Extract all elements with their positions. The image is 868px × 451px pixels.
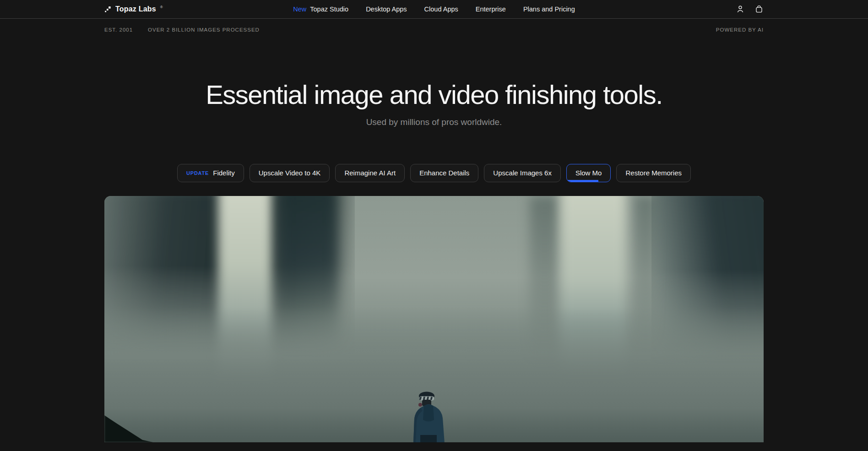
waterfall-dark-left-layer	[104, 196, 355, 364]
tab-progress-indicator	[567, 180, 598, 182]
nav-item-enterprise[interactable]: Enterprise	[476, 5, 506, 13]
page-title: Essential image and video finishing tool…	[0, 80, 868, 110]
page-subtitle: Used by millions of pros worldwide.	[0, 117, 868, 127]
tab-label: Restore Memories	[625, 169, 682, 177]
vignette-layer	[104, 408, 764, 442]
tab-slow-mo[interactable]: Slow Mo	[566, 164, 611, 182]
stats-bar: EST. 2001 OVER 2 BILLION IMAGES PROCESSE…	[0, 19, 868, 33]
tab-fidelity[interactable]: UPDATE Fidelity	[177, 164, 244, 182]
feature-tab-row: UPDATE Fidelity Upscale Video to 4K Reim…	[0, 164, 868, 182]
nav-item-cloud-apps[interactable]: Cloud Apps	[424, 5, 458, 13]
waterfall-dark-right-layer	[651, 196, 764, 373]
tab-upscale-video[interactable]: Upscale Video to 4K	[250, 164, 330, 182]
tab-label: Reimagine AI Art	[344, 169, 396, 177]
topaz-logo-icon	[104, 6, 111, 13]
account-icon[interactable]	[735, 4, 746, 15]
tab-label: Slow Mo	[575, 169, 602, 177]
nav-item-plans-pricing[interactable]: Plans and Pricing	[523, 5, 575, 13]
nav-item-label: Cloud Apps	[424, 5, 458, 13]
waterfall-bright-streak	[560, 196, 626, 378]
nav-item-desktop-apps[interactable]: Desktop Apps	[366, 5, 407, 13]
tab-label: Enhance Details	[419, 169, 469, 177]
nav-item-topaz-studio[interactable]: New Topaz Studio	[293, 5, 348, 13]
tab-reimagine-ai-art[interactable]: Reimagine AI Art	[335, 164, 405, 182]
mist-layer	[104, 307, 764, 442]
waterfall-bright-streak	[218, 196, 272, 388]
waterfall-faint-streak	[635, 196, 656, 349]
brand-logo[interactable]: Topaz Labs ®	[104, 5, 163, 13]
images-processed-label: OVER 2 BILLION IMAGES PROCESSED	[148, 27, 260, 33]
top-navbar: Topaz Labs ® New Topaz Studio Desktop Ap…	[0, 0, 868, 19]
hero-media	[104, 196, 764, 442]
tab-label: Fidelity	[213, 169, 235, 177]
nav-item-label: Topaz Studio	[310, 5, 348, 13]
nav-item-label: Plans and Pricing	[523, 5, 575, 13]
stats-left: EST. 2001 OVER 2 BILLION IMAGES PROCESSE…	[104, 27, 260, 33]
tab-upscale-images[interactable]: Upscale Images 6x	[484, 164, 561, 182]
nav-item-label: Enterprise	[476, 5, 506, 13]
tab-label: Upscale Video to 4K	[259, 169, 321, 177]
brand-name: Topaz Labs	[115, 5, 156, 13]
nav-actions	[735, 4, 765, 15]
established-label: EST. 2001	[104, 27, 133, 33]
rock-silhouette	[104, 413, 153, 442]
powered-by-label: POWERED BY AI	[716, 27, 764, 33]
waterfall-dark-streak	[280, 196, 338, 349]
update-badge: UPDATE	[186, 170, 209, 176]
cart-icon[interactable]	[754, 4, 765, 15]
waterfall-faint-streak	[530, 196, 559, 364]
main-nav: New Topaz Studio Desktop Apps Cloud Apps…	[293, 5, 575, 13]
nav-item-label: Desktop Apps	[366, 5, 407, 13]
tab-enhance-details[interactable]: Enhance Details	[410, 164, 478, 182]
new-badge: New	[293, 5, 306, 13]
registered-mark: ®	[160, 5, 163, 10]
tab-restore-memories[interactable]: Restore Memories	[616, 164, 691, 182]
tab-label: Upscale Images 6x	[493, 169, 552, 177]
person-silhouette	[410, 391, 447, 442]
